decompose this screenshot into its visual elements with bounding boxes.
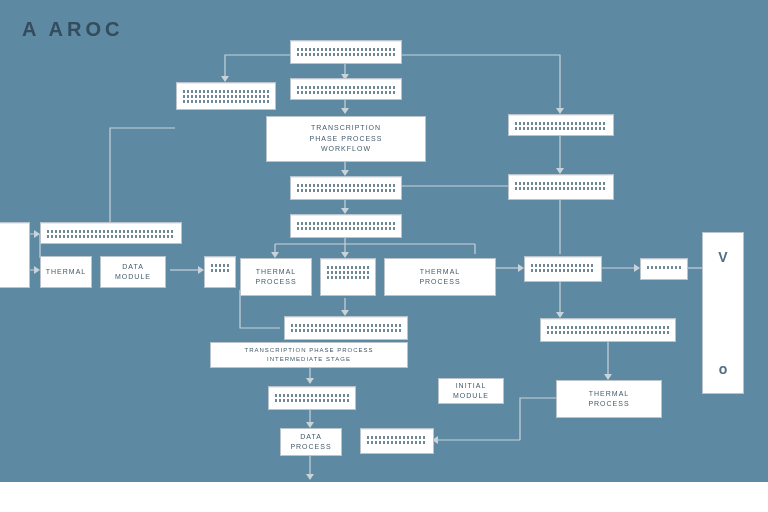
- side-panel: V o: [702, 232, 744, 394]
- node-center-6: [268, 386, 356, 410]
- node-right-mid: [524, 256, 602, 282]
- label-line: THERMAL: [557, 389, 661, 400]
- node-center-3: [290, 176, 402, 200]
- label-line: MODULE: [439, 391, 503, 402]
- label-line: TRANSCRIPTION: [267, 123, 425, 134]
- node-center-4: [290, 214, 402, 238]
- label-line: WORKFLOW: [267, 144, 425, 155]
- node-right-2: [508, 174, 614, 200]
- node-top-1: [290, 40, 402, 64]
- node-right-3: [540, 318, 676, 342]
- svg-marker-4: [341, 108, 349, 114]
- node-center-7: DATA PROCESS: [280, 428, 342, 456]
- label-line: THERMAL: [241, 267, 311, 278]
- node-center-wide: TRANSCRIPTION PHASE PROCESS INTERMEDIATE…: [210, 342, 408, 368]
- label-line: INITIAL: [439, 381, 503, 392]
- label-line: PROCESS: [557, 399, 661, 410]
- node-left-b: DATA MODULE: [100, 256, 166, 288]
- node-edge-left: [0, 222, 30, 288]
- label-line: TRANSCRIPTION PHASE PROCESS: [211, 346, 407, 355]
- diagram-title: A AROC: [22, 18, 123, 41]
- label-line: INTERMEDIATE STAGE: [211, 355, 407, 364]
- label-line: MODULE: [101, 272, 165, 283]
- svg-marker-33: [306, 474, 314, 480]
- node-right-1: [508, 114, 614, 136]
- node-right-4: THERMAL PROCESS: [556, 380, 662, 418]
- label-line: DATA: [281, 432, 341, 443]
- panel-glyph-bottom: o: [703, 361, 743, 377]
- node-top-2: [290, 78, 402, 100]
- label-line: PROCESS: [385, 277, 495, 288]
- label-line: PROCESS: [281, 442, 341, 453]
- label-line: THERMAL: [41, 267, 91, 278]
- node-topleft: [176, 82, 276, 110]
- node-right-small: INITIAL MODULE: [438, 378, 504, 404]
- node-branch-c: THERMAL PROCESS: [384, 258, 496, 296]
- label-line: DATA: [101, 262, 165, 273]
- node-center-5: [284, 316, 408, 340]
- diagram-canvas: A AROC: [0, 0, 768, 512]
- node-mid-sq: [360, 428, 434, 454]
- node-branch-b: [320, 258, 376, 296]
- node-left-a: THERMAL: [40, 256, 92, 288]
- panel-glyph-top: V: [703, 249, 743, 265]
- node-right-out: [640, 258, 688, 280]
- node-branch-a: THERMAL PROCESS: [240, 258, 312, 296]
- svg-marker-29: [306, 378, 314, 384]
- label-line: PROCESS: [241, 277, 311, 288]
- node-left-top: [40, 222, 182, 244]
- label-line: THERMAL: [385, 267, 495, 278]
- node-left-c: [204, 256, 236, 288]
- label-line: PHASE PROCESS: [267, 134, 425, 145]
- node-main-process: TRANSCRIPTION PHASE PROCESS WORKFLOW: [266, 116, 426, 162]
